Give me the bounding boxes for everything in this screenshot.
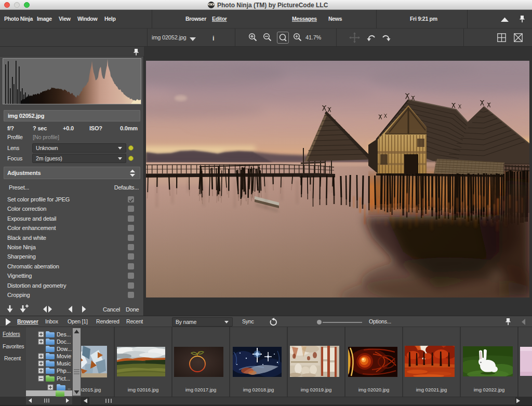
svg-text:Movie: Movie <box>57 353 71 359</box>
svg-text:Doc...: Doc... <box>57 339 71 345</box>
svg-text:Dow...: Dow... <box>57 346 72 352</box>
svg-text:..: .. <box>68 384 71 390</box>
svg-text:Pict...: Pict... <box>57 375 70 382</box>
svg-text:Des...: Des... <box>57 331 71 337</box>
svg-text:Php...: Php... <box>57 368 71 374</box>
svg-text:Music: Music <box>57 360 71 367</box>
